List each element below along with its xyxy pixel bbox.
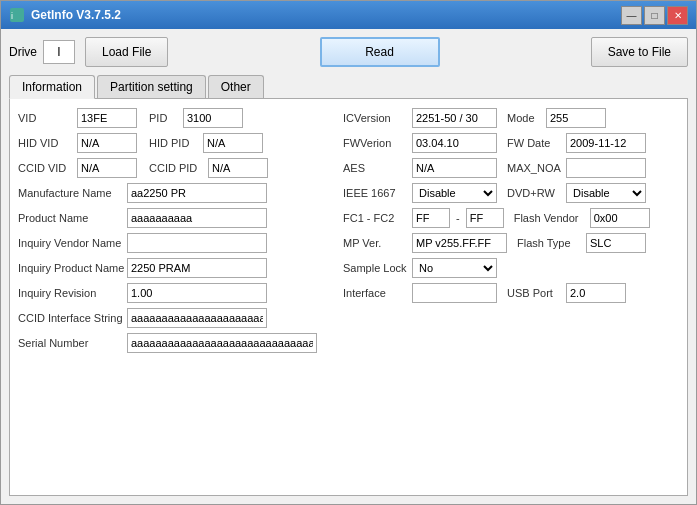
fw-version-input[interactable]: [412, 133, 497, 153]
flash-vendor-label: Flash Vendor: [514, 212, 586, 224]
inquiry-revision-label: Inquiry Revision: [18, 287, 123, 299]
vid-pid-row: VID PID: [18, 107, 333, 129]
read-button[interactable]: Read: [320, 37, 440, 67]
mode-label: Mode: [507, 112, 542, 124]
fw-date-label: FW Date: [507, 137, 562, 149]
max-noa-input[interactable]: [566, 158, 646, 178]
app-icon: i: [9, 7, 25, 23]
fc-label: FC1 - FC2: [343, 212, 408, 224]
tab-container: Information Partition setting Other VID …: [9, 75, 688, 496]
minimize-button[interactable]: —: [621, 6, 642, 25]
max-noa-label: MAX_NOA: [507, 162, 562, 174]
sample-lock-select[interactable]: No Yes: [412, 258, 497, 278]
interface-usb-row: Interface USB Port: [343, 282, 679, 304]
save-to-file-button[interactable]: Save to File: [591, 37, 688, 67]
tab-other[interactable]: Other: [208, 75, 264, 98]
ccid-pid-label: CCID PID: [149, 162, 204, 174]
tab-content-information: VID PID HID VID HID PID: [9, 99, 688, 496]
usb-port-input[interactable]: [566, 283, 626, 303]
inquiry-product-input[interactable]: [127, 258, 267, 278]
drive-group: Drive: [9, 40, 75, 64]
hid-vid-input[interactable]: [77, 133, 137, 153]
inquiry-revision-input[interactable]: [127, 283, 267, 303]
interface-input[interactable]: [412, 283, 497, 303]
serial-number-row: Serial Number: [18, 332, 333, 354]
sample-lock-label: Sample Lock: [343, 262, 408, 274]
ccid-vid-input[interactable]: [77, 158, 137, 178]
title-controls: — □ ✕: [621, 6, 688, 25]
aes-input[interactable]: [412, 158, 497, 178]
hid-pid-input[interactable]: [203, 133, 263, 153]
close-button[interactable]: ✕: [667, 6, 688, 25]
hid-vid-pid-row: HID VID HID PID: [18, 132, 333, 154]
pid-label: PID: [149, 112, 179, 124]
hid-pid-label: HID PID: [149, 137, 199, 149]
fc-separator: -: [454, 212, 462, 224]
ic-version-label: ICVersion: [343, 112, 408, 124]
window-title: GetInfo V3.7.5.2: [31, 8, 121, 22]
fc-flash-vendor-row: FC1 - FC2 - Flash Vendor: [343, 207, 679, 229]
product-name-label: Product Name: [18, 212, 123, 224]
flash-type-input[interactable]: [586, 233, 646, 253]
product-name-input[interactable]: [127, 208, 267, 228]
manufacture-name-input[interactable]: [127, 183, 267, 203]
ieee-label: IEEE 1667: [343, 187, 408, 199]
inquiry-product-row: Inquiry Product Name: [18, 257, 333, 279]
drive-label: Drive: [9, 45, 37, 59]
ccid-pid-input[interactable]: [208, 158, 268, 178]
hid-vid-label: HID VID: [18, 137, 73, 149]
ccid-interface-label: CCID Interface String: [18, 312, 123, 324]
fw-row: FWVerion FW Date: [343, 132, 679, 154]
manufacture-name-label: Manufacture Name: [18, 187, 123, 199]
fw-date-input[interactable]: [566, 133, 646, 153]
fc1-input[interactable]: [412, 208, 450, 228]
fw-version-label: FWVerion: [343, 137, 408, 149]
svg-text:i: i: [11, 11, 13, 21]
ccid-interface-input[interactable]: [127, 308, 267, 328]
flash-type-label: Flash Type: [517, 237, 582, 249]
vid-input[interactable]: [77, 108, 137, 128]
left-column: VID PID HID VID HID PID: [18, 107, 333, 354]
sample-lock-row: Sample Lock No Yes: [343, 257, 679, 279]
mode-input[interactable]: [546, 108, 606, 128]
maximize-button[interactable]: □: [644, 6, 665, 25]
ccid-vid-label: CCID VID: [18, 162, 73, 174]
manufacture-name-row: Manufacture Name: [18, 182, 333, 204]
tabs: Information Partition setting Other: [9, 75, 688, 99]
ic-version-input[interactable]: [412, 108, 497, 128]
tab-information[interactable]: Information: [9, 75, 95, 99]
inquiry-vendor-input[interactable]: [127, 233, 267, 253]
serial-number-input[interactable]: [127, 333, 317, 353]
mp-ver-label: MP Ver.: [343, 237, 408, 249]
pid-input[interactable]: [183, 108, 243, 128]
product-name-row: Product Name: [18, 207, 333, 229]
fc2-input[interactable]: [466, 208, 504, 228]
inquiry-revision-row: Inquiry Revision: [18, 282, 333, 304]
dvd-rw-label: DVD+RW: [507, 187, 562, 199]
main-window: i GetInfo V3.7.5.2 — □ ✕ Drive Load File…: [0, 0, 697, 505]
tab-partition-setting[interactable]: Partition setting: [97, 75, 206, 98]
drive-input[interactable]: [43, 40, 75, 64]
inquiry-product-label: Inquiry Product Name: [18, 262, 123, 274]
aes-label: AES: [343, 162, 408, 174]
title-bar: i GetInfo V3.7.5.2 — □ ✕: [1, 1, 696, 29]
inquiry-vendor-label: Inquiry Vendor Name: [18, 237, 123, 249]
ic-mode-row: ICVersion Mode: [343, 107, 679, 129]
toolbar: Drive Load File Read Save to File: [9, 37, 688, 67]
mp-ver-flash-type-row: MP Ver. Flash Type: [343, 232, 679, 254]
right-column: ICVersion Mode FWVerion FW Date: [343, 107, 679, 354]
ccid-interface-row: CCID Interface String: [18, 307, 333, 329]
mp-ver-input[interactable]: [412, 233, 507, 253]
ccid-vid-pid-row: CCID VID CCID PID: [18, 157, 333, 179]
ieee-dvd-row: IEEE 1667 Disable Enable DVD+RW Disable …: [343, 182, 679, 204]
load-file-button[interactable]: Load File: [85, 37, 168, 67]
usb-port-label: USB Port: [507, 287, 562, 299]
serial-number-label: Serial Number: [18, 337, 123, 349]
aes-maxnoa-row: AES MAX_NOA: [343, 157, 679, 179]
vid-label: VID: [18, 112, 73, 124]
flash-vendor-input[interactable]: [590, 208, 650, 228]
inquiry-vendor-row: Inquiry Vendor Name: [18, 232, 333, 254]
interface-label: Interface: [343, 287, 408, 299]
ieee-select[interactable]: Disable Enable: [412, 183, 497, 203]
dvd-rw-select[interactable]: Disable Enable: [566, 183, 646, 203]
